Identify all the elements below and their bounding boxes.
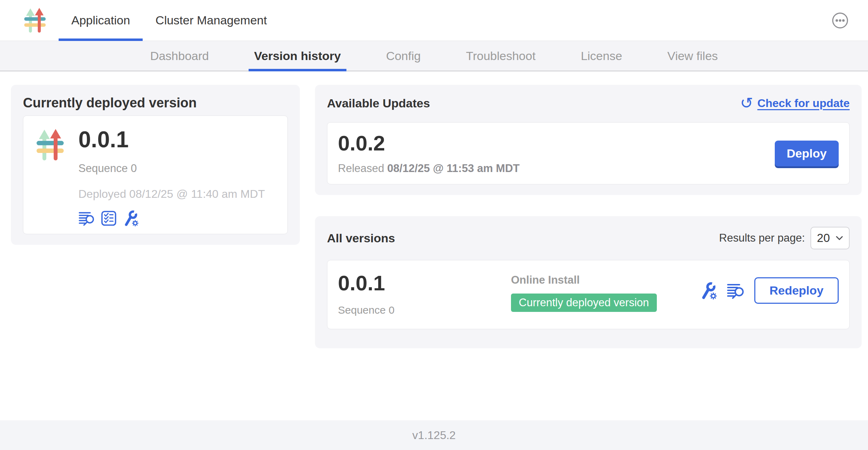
update-version-number: 0.0.2	[338, 132, 520, 155]
results-per-page-label: Results per page:	[719, 232, 805, 244]
deployed-timestamp: Deployed 08/12/25 @ 11:40 am MDT	[78, 188, 265, 201]
ellipsis-menu-icon[interactable]	[831, 12, 849, 29]
deployed-version-number: 0.0.1	[78, 128, 265, 152]
released-timestamp: 08/12/25 @ 11:53 am MDT	[387, 162, 520, 174]
check-for-update-label: Check for update	[757, 97, 850, 110]
tab-application-label: Application	[71, 13, 130, 27]
tab-license[interactable]: License	[575, 41, 628, 71]
tab-version-history-label: Version history	[254, 49, 341, 63]
tab-view-files-label: View files	[667, 49, 718, 63]
top-nav: Application Cluster Management	[0, 0, 868, 41]
currently-deployed-badge: Currently deployed version	[511, 294, 657, 312]
redeploy-button[interactable]: Redeploy	[754, 277, 839, 304]
tab-view-files[interactable]: View files	[662, 41, 724, 71]
released-label: Released	[338, 162, 384, 174]
tab-application[interactable]: Application	[59, 0, 143, 41]
tab-dashboard-label: Dashboard	[150, 49, 209, 63]
available-updates-title: Available Updates	[327, 96, 430, 110]
deployed-version-panel: 0.0.1 Sequence 0 Deployed 08/12/25 @ 11:…	[23, 116, 288, 234]
deploy-logs-icon[interactable]	[727, 282, 745, 299]
row-sequence: Sequence 0	[338, 304, 511, 316]
app-subnav: Dashboard Version history Config Trouble…	[0, 41, 868, 71]
app-logo-icon	[23, 7, 47, 34]
all-versions-card: All versions Results per page: 20 0.0.1 …	[315, 216, 862, 348]
update-released-line: Released 08/12/25 @ 11:53 am MDT	[338, 162, 520, 175]
results-per-page-value: 20	[817, 231, 830, 245]
refresh-icon: ↺	[740, 95, 753, 111]
preflight-checks-icon[interactable]	[101, 211, 117, 226]
currently-deployed-title: Currently deployed version	[23, 95, 288, 111]
version-row: 0.0.1 Sequence 0 Online Install Currentl…	[327, 260, 850, 329]
tab-troubleshoot[interactable]: Troubleshoot	[460, 41, 541, 71]
tab-cluster-management[interactable]: Cluster Management	[143, 0, 280, 41]
main-content: Currently deployed version 0.0.1 Sequenc…	[0, 71, 868, 420]
tab-config-label: Config	[386, 49, 421, 63]
edit-config-icon[interactable]	[699, 282, 718, 300]
tab-troubleshoot-label: Troubleshoot	[466, 49, 535, 63]
deploy-logs-icon[interactable]	[78, 211, 95, 226]
chevron-down-icon	[836, 236, 843, 241]
edit-config-icon[interactable]	[122, 210, 139, 227]
currently-deployed-card: Currently deployed version 0.0.1 Sequenc…	[11, 85, 300, 245]
tab-cluster-management-label: Cluster Management	[155, 13, 267, 27]
check-for-update-link[interactable]: ↺ Check for update	[740, 95, 850, 111]
row-version-number: 0.0.1	[338, 272, 511, 295]
console-version: v1.125.2	[412, 429, 456, 442]
tab-version-history[interactable]: Version history	[249, 41, 347, 71]
install-type-label: Online Install	[511, 274, 692, 286]
deploy-button[interactable]: Deploy	[775, 141, 839, 166]
deployed-sequence: Sequence 0	[78, 162, 265, 175]
tab-license-label: License	[581, 49, 622, 63]
all-versions-title: All versions	[327, 231, 395, 245]
results-per-page-select[interactable]: 20	[810, 227, 850, 249]
page-footer: v1.125.2	[0, 420, 868, 450]
available-update-row: 0.0.2 Released 08/12/25 @ 11:53 am MDT D…	[327, 122, 850, 184]
available-updates-card: Available Updates ↺ Check for update 0.0…	[315, 85, 862, 195]
tab-dashboard[interactable]: Dashboard	[144, 41, 214, 71]
app-tabs: Application Cluster Management	[59, 0, 280, 41]
app-logo-icon	[35, 128, 65, 162]
tab-config[interactable]: Config	[380, 41, 426, 71]
